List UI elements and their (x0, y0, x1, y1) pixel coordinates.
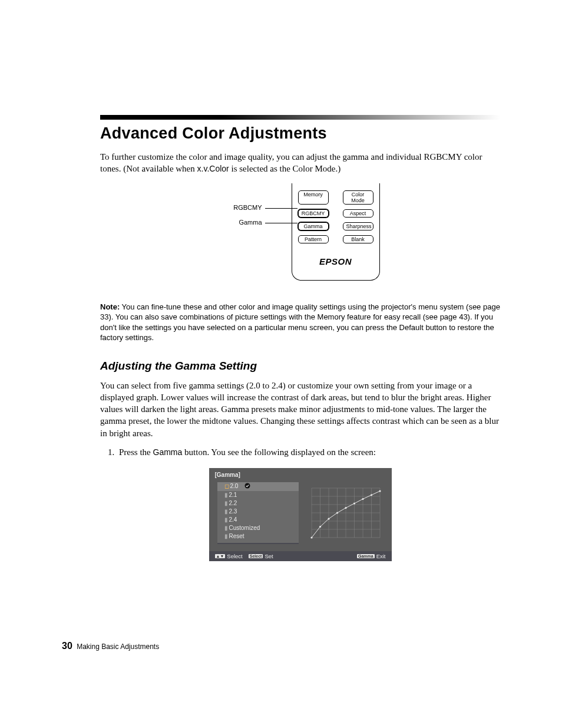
gamma-paragraph: You can select from five gamma settings … (100, 380, 500, 439)
osd-row-2-3: ▮2.3 (217, 508, 299, 516)
svg-point-24 (370, 494, 372, 496)
remote-btn-memory: Memory (298, 190, 329, 205)
xv-color-term: x.v.Color (197, 164, 229, 173)
remote-btn-pattern: Pattern (298, 235, 329, 243)
remote-btn-aspect: Aspect (343, 209, 373, 218)
bullet-icon: ◻ (224, 483, 229, 489)
osd-footer-set: Select Set (249, 553, 273, 559)
osd-row-reset: ▮Reset (217, 532, 299, 541)
bullet-icon: ▮ (224, 533, 228, 539)
step-list: Press the Gamma button. You see the foll… (100, 447, 500, 457)
osd-row-2-1: ▮2.1 (217, 491, 299, 499)
osd-footer-select: ▲▼ Select (215, 553, 243, 559)
osd-row-customized: ▮Customized (217, 524, 299, 532)
note-block: Note: You can fine-tune these and other … (100, 302, 500, 343)
step-1-b: button. You see the following displayed … (182, 447, 376, 457)
page-title: Advanced Color Adjustments (100, 124, 500, 143)
svg-point-23 (362, 498, 363, 500)
osd-footer: ▲▼ Select Select Set Gamma Exit (209, 551, 392, 561)
gamma-curve-chart (308, 485, 384, 541)
svg-point-20 (336, 512, 338, 513)
note-label: Note: (100, 302, 120, 311)
bullet-icon: ▮ (224, 525, 228, 531)
step-1: Press the Gamma button. You see the foll… (117, 447, 500, 457)
gamma-tag-icon: Gamma (357, 554, 375, 558)
bullet-icon: ▮ (224, 508, 228, 515)
osd-label-2-0: 2.0 (230, 483, 239, 489)
section-title: Making Basic Adjustments (77, 643, 159, 651)
svg-point-18 (319, 526, 320, 528)
osd-label-2-4: 2.4 (229, 516, 237, 523)
bullet-icon: ▮ (224, 516, 228, 523)
page-footer: 30 Making Basic Adjustments (62, 641, 159, 651)
remote-btn-rgbcmy: RGBCMY (298, 209, 329, 218)
remote-btn-gamma: Gamma (298, 222, 329, 230)
svg-point-21 (345, 507, 346, 509)
remote-control-figure: RGBCMY Gamma Memory Color Mode RGBCMY As… (221, 183, 380, 286)
remote-btn-sharpness: Sharpness (343, 222, 373, 230)
remote-btn-colormode: Color Mode (343, 190, 373, 205)
osd-label-2-1: 2.1 (229, 492, 237, 498)
gradient-rule (100, 115, 500, 120)
osd-label-customized: Customized (229, 525, 260, 531)
selected-dot-icon (244, 483, 250, 490)
callout-rgbcmy: RGBCMY (227, 204, 262, 211)
gamma-osd-figure: [Gamma] ◻2.0 ▮2.1 ▮2.2 ▮2.3 ▮2.4 ▮Custom… (209, 468, 392, 561)
select-tag-icon: Select (249, 554, 263, 558)
gamma-button-word: Gamma (153, 447, 183, 457)
osd-row-2-0: ◻2.0 (217, 482, 299, 491)
osd-label-2-3: 2.3 (229, 508, 237, 515)
page-number: 30 (62, 641, 72, 651)
up-down-arrows-icon: ▲▼ (215, 554, 226, 558)
gamma-subheading: Adjusting the Gamma Setting (100, 360, 500, 373)
note-text: You can fine-tune these and other color … (100, 302, 500, 342)
intro-paragraph: To further customize the color and image… (100, 151, 500, 175)
remote-body: Memory Color Mode RGBCMY Aspect Gamma Sh… (292, 183, 380, 281)
svg-point-17 (310, 536, 312, 538)
osd-header: [Gamma] (209, 468, 392, 480)
osd-row-2-2: ▮2.2 (217, 499, 299, 508)
osd-footer-exit: Gamma Exit (357, 553, 386, 559)
osd-label-2-2: 2.2 (229, 500, 237, 506)
epson-logo: EPSON (298, 256, 373, 266)
osd-label-reset: Reset (229, 533, 244, 539)
osd-row-2-4: ▮2.4 (217, 516, 299, 524)
osd-footer-exit-label: Exit (376, 553, 386, 559)
callout-gamma: Gamma (227, 219, 262, 226)
bullet-icon: ▮ (224, 500, 228, 506)
svg-point-19 (328, 518, 329, 519)
svg-point-25 (379, 490, 381, 492)
osd-footer-select-label: Select (227, 553, 242, 559)
svg-point-22 (353, 502, 355, 504)
remote-btn-blank: Blank (343, 235, 373, 243)
bullet-icon: ▮ (224, 492, 228, 498)
osd-footer-set-label: Set (265, 553, 273, 559)
osd-option-panel: ◻2.0 ▮2.1 ▮2.2 ▮2.3 ▮2.4 ▮Customized ▮Re… (217, 482, 299, 544)
intro-text-b: is selected as the Color Mode.) (229, 164, 341, 173)
step-1-a: Press the (119, 447, 153, 457)
